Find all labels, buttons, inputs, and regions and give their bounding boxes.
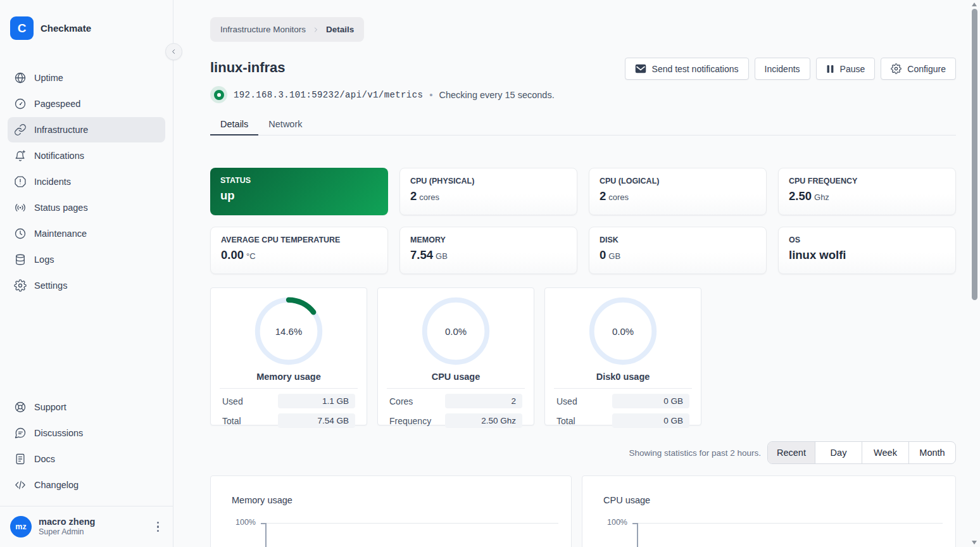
- tab-network[interactable]: Network: [258, 115, 312, 135]
- sidebar-item-incidents[interactable]: Incidents: [8, 169, 165, 194]
- stat-card-cpu-physical: CPU (PHYSICAL) 2cores: [399, 168, 577, 215]
- gauge-row: Used 0 GB: [553, 394, 693, 408]
- vertical-scrollbar: [969, 0, 980, 547]
- incidents-button[interactable]: Incidents: [755, 58, 810, 80]
- range-button-week[interactable]: Week: [862, 442, 908, 463]
- stat-card-cpu-logical: CPU (LOGICAL) 2cores: [589, 168, 767, 215]
- sidebar-item-label: Logs: [34, 255, 54, 265]
- sidebar-item-label: Support: [34, 402, 66, 412]
- scrollbar-up-arrow[interactable]: [972, 3, 977, 6]
- primary-nav: Uptime Pagespeed Infrastructure Notifica…: [0, 65, 173, 299]
- envelope-icon: [635, 64, 646, 73]
- range-button-recent[interactable]: Recent: [768, 442, 815, 463]
- sidebar-item-label: Maintenance: [34, 229, 87, 239]
- bell-plus-icon: [14, 149, 27, 162]
- gauge-card-disk0-usage: 0.0% Disk0 usage Used 0 GB Total 0 GB: [544, 287, 701, 425]
- disk0-usage-gauge: 0.0%: [587, 296, 658, 367]
- gauge-row: Cores 2: [386, 394, 526, 408]
- brand-name: Checkmate: [41, 23, 91, 34]
- sidebar-item-pagespeed[interactable]: Pagespeed: [8, 91, 165, 116]
- gauge-card-grid: 14.6% Memory usage Used 1.1 GB Total 7.5…: [210, 287, 956, 425]
- memory-usage-gauge: 14.6%: [253, 296, 324, 367]
- message-icon: [14, 427, 27, 439]
- y-axis-line: [265, 523, 267, 547]
- sidebar-item-label: Discussions: [34, 428, 83, 438]
- document-icon: [14, 453, 27, 465]
- alert-octagon-icon: [14, 175, 27, 188]
- monitor-url: 192.168.3.101:59232/api/v1/metrics: [234, 90, 423, 100]
- tab-details[interactable]: Details: [210, 115, 258, 135]
- configure-button[interactable]: Configure: [881, 58, 956, 80]
- sidebar-item-label: Incidents: [34, 177, 71, 187]
- scrollbar-down-arrow[interactable]: [972, 541, 977, 544]
- sidebar: C Checkmate Uptime Pagespeed Infrastruct…: [0, 0, 173, 547]
- checking-interval-text: Checking every 15 seconds.: [439, 90, 555, 100]
- range-button-day[interactable]: Day: [815, 442, 862, 463]
- sidebar-item-uptime[interactable]: Uptime: [8, 65, 165, 91]
- gauge-row: Total 0 GB: [553, 413, 693, 428]
- user-profile: mz macro zheng Super Admin: [0, 506, 173, 547]
- sidebar-item-support[interactable]: Support: [8, 394, 165, 420]
- life-buoy-icon: [14, 401, 27, 413]
- chart-plot-area: 100%: [603, 523, 945, 547]
- statistics-caption: Showing statistics for past 2 hours.: [629, 448, 761, 458]
- link-icon: [14, 123, 27, 136]
- database-icon: [14, 253, 27, 266]
- brand: C Checkmate: [10, 16, 163, 40]
- page-title: linux-infras: [210, 60, 286, 76]
- speedometer-icon: [14, 97, 27, 110]
- sidebar-collapse-button[interactable]: [165, 43, 182, 60]
- gear-icon: [891, 63, 901, 74]
- secondary-nav: Support Discussions Docs Changelog: [0, 394, 173, 498]
- sidebar-item-notifications[interactable]: Notifications: [8, 143, 165, 168]
- sidebar-item-changelog[interactable]: Changelog: [8, 472, 165, 498]
- sidebar-item-maintenance[interactable]: Maintenance: [8, 221, 165, 246]
- y-axis-tick: [632, 523, 637, 524]
- cpu-usage-chart: CPU usage 100%: [582, 475, 956, 547]
- chart-title: CPU usage: [603, 495, 945, 505]
- checkmate-logo: C: [10, 16, 34, 40]
- sidebar-item-docs[interactable]: Docs: [8, 446, 165, 472]
- tab-bar: Details Network: [210, 115, 956, 135]
- breadcrumb: Infrastructure Monitors Details: [210, 17, 364, 42]
- memory-usage-chart: Memory usage 100%: [210, 475, 572, 547]
- breadcrumb-root[interactable]: Infrastructure Monitors: [220, 25, 306, 34]
- stat-card-memory: MEMORY 7.54GB: [399, 227, 577, 274]
- user-role: Super Admin: [39, 527, 146, 538]
- gauge-card-cpu-usage: 0.0% CPU usage Cores 2 Frequency 2.50 Gh…: [377, 287, 534, 425]
- sidebar-item-label: Status pages: [34, 203, 88, 213]
- send-test-notifications-button[interactable]: Send test notifications: [625, 58, 749, 80]
- y-axis-line: [637, 523, 638, 547]
- sidebar-item-label: Docs: [34, 454, 55, 464]
- breadcrumb-current: Details: [326, 25, 354, 34]
- gear-icon: [14, 279, 27, 292]
- main-content: Infrastructure Monitors Details linux-in…: [174, 0, 980, 547]
- gauge-row: Total 7.54 GB: [218, 413, 359, 428]
- sidebar-item-label: Settings: [34, 280, 67, 291]
- stat-card-os: OS linux wolfi: [778, 227, 956, 274]
- gridline-100: [637, 523, 943, 524]
- monitor-status-row: 192.168.3.101:59232/api/v1/metrics • Che…: [210, 86, 956, 103]
- clock-icon: [14, 227, 27, 240]
- sidebar-item-infrastructure[interactable]: Infrastructure: [8, 117, 165, 142]
- sidebar-item-settings[interactable]: Settings: [8, 273, 165, 298]
- avatar: mz: [10, 516, 32, 538]
- monitor-header: linux-infras Send test notifications Inc…: [210, 58, 956, 80]
- y-axis-tick: [261, 523, 265, 524]
- stat-card-cpu-temperature: AVERAGE CPU TEMPERATURE 0.00°C: [210, 227, 388, 274]
- stat-card-cpu-frequency: CPU FREQUENCY 2.50Ghz: [778, 168, 956, 215]
- sidebar-item-label: Infrastructure: [34, 125, 88, 135]
- sidebar-item-label: Uptime: [34, 73, 63, 83]
- sidebar-item-status-pages[interactable]: Status pages: [8, 195, 165, 220]
- sidebar-item-discussions[interactable]: Discussions: [8, 420, 165, 446]
- range-button-month[interactable]: Month: [908, 442, 955, 463]
- scrollbar-thumb[interactable]: [972, 9, 977, 300]
- statistics-bar: Showing statistics for past 2 hours. Rec…: [210, 441, 956, 464]
- pause-button[interactable]: Pause: [816, 58, 876, 80]
- sidebar-item-logs[interactable]: Logs: [8, 247, 165, 272]
- stat-card-status: STATUS up: [210, 168, 388, 215]
- user-menu-button[interactable]: [153, 519, 163, 535]
- globe-icon: [14, 72, 27, 84]
- chart-title: Memory usage: [232, 495, 561, 505]
- chevron-right-icon: [312, 26, 320, 34]
